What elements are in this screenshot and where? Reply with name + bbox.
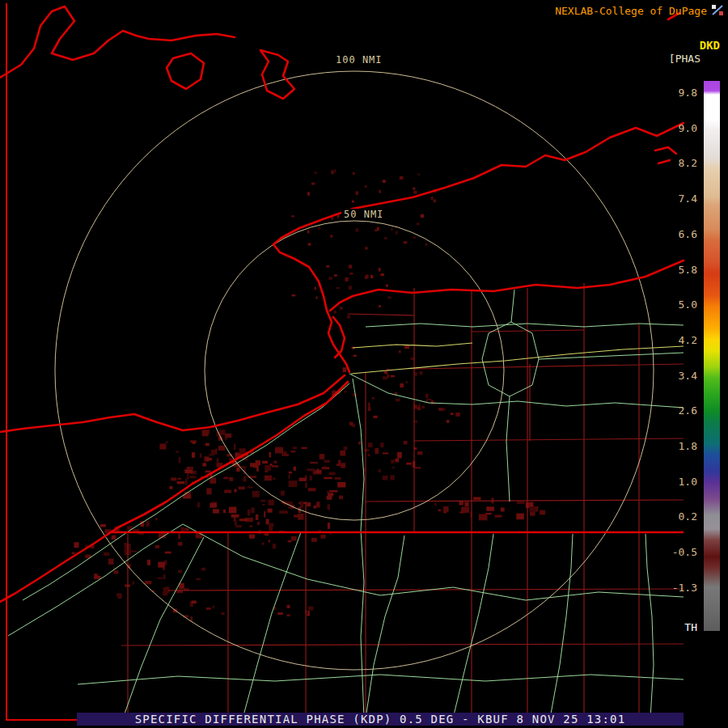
- colorbar-tick: 1.8: [665, 441, 697, 452]
- cod-logo-icon: [712, 5, 723, 15]
- shoreline-lake-ontario-south: [330, 260, 684, 311]
- shoreline-lake-erie-south: [0, 382, 348, 602]
- peninsula-shore: [260, 50, 294, 99]
- shorelines: [0, 6, 684, 602]
- colorbar-tick: 9.0: [665, 123, 697, 134]
- range-ring-50nmi: [205, 221, 504, 520]
- colorbar-tick: 7.4: [665, 193, 697, 205]
- status-bar: SPECIFIC DIFFERENTIAL PHASE (KDP) 0.5 DE…: [77, 713, 684, 726]
- threshold-label: TH: [665, 621, 697, 633]
- colorbar-tick: -0.5: [665, 547, 697, 558]
- colorbar-tick: -1.3: [665, 582, 697, 594]
- brand-text: NEXLAB-College of DuPage: [555, 5, 707, 17]
- units-label: [PHAS: [655, 53, 700, 65]
- colorbar-tick: 9.8: [665, 87, 697, 99]
- colorbar-tick: 5.8: [665, 265, 697, 276]
- lake-simcoe: [167, 53, 204, 89]
- radar-display: NEXLAB-College of DuPage DKD [PHAS 9.89.…: [0, 0, 728, 728]
- colorbar-tick: 8.2: [665, 158, 697, 169]
- roads: [8, 290, 684, 718]
- color-scale-bar: [704, 81, 720, 631]
- colorbar-tick: 1.0: [665, 476, 697, 488]
- colorbar-tick: 5.0: [665, 299, 697, 311]
- colorbar-tick: 2.6: [665, 405, 697, 417]
- range-ring-label-100nmi: 100 NMI: [333, 54, 385, 66]
- colorbar-tick: 4.2: [665, 335, 697, 346]
- radar-map: [0, 0, 728, 728]
- colorbar-tick: 3.4: [665, 370, 697, 382]
- range-ring-label-50nmi: 50 NMI: [341, 209, 386, 220]
- shoreline-georgian-bay: [0, 6, 235, 78]
- niagara-river: [327, 311, 349, 372]
- radar-echoes: [72, 169, 545, 622]
- colorbar-tick: 0.2: [665, 511, 697, 523]
- product-id-label: DKD: [684, 39, 720, 52]
- county-boundaries: [121, 283, 684, 720]
- colorbar-tick: 6.6: [665, 229, 697, 240]
